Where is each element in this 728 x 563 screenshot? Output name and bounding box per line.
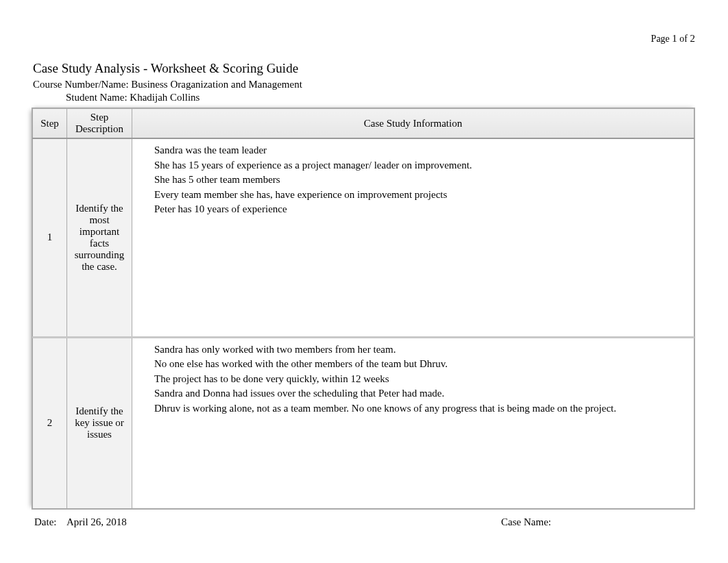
bullet-text: She has 15 years of experience as a proj… [154,159,687,173]
bullet-icon [139,218,154,220]
page-of-label: of [679,34,688,44]
bullet-text: The project has to be done very quickly,… [154,373,687,386]
header-step: Step [33,109,67,139]
bullet-line: Peter has 10 years of experience [139,202,687,217]
bullet-icon [139,387,154,389]
bullet-icon [139,188,154,190]
bullet-text: Sandra was the team leader [154,144,687,158]
bullet-line: She has 15 years of experience as a proj… [139,158,687,173]
document-title: Case Study Analysis - Worksheet & Scorin… [33,61,695,76]
step-number-cell: 1 [33,138,67,337]
header-info: Case Study Information [132,109,694,139]
bullet-icon [139,144,154,146]
bullet-text: Peter has 10 years of experience [154,203,687,216]
worksheet-table: Step Step Description Case Study Informa… [32,108,694,509]
footer: Date: April 26, 2018 Case Name: [33,516,695,528]
step-description-cell: Identify the most important facts surrou… [67,138,132,337]
case-info-cell: Sandra has only worked with two members … [132,337,694,508]
bullet-line: Sandra has only worked with two members … [139,342,687,358]
header-desc: Step Description [67,109,132,139]
bullet-line: Every team member she has, have experien… [139,188,687,203]
step-description-cell: Identify the key issue or issues [67,337,132,508]
course-line: Course Number/Name: Business Oraganizati… [33,79,695,90]
bullet-line: Sandra and Donna had issues over the sch… [139,386,687,401]
bullet-icon [139,173,154,175]
student-line: Student Name: Khadijah Collins [33,92,695,103]
bullet-text: Sandra and Donna had issues over the sch… [154,387,687,401]
bullet-line [139,416,687,419]
footer-date: Date: April 26, 2018 [34,516,127,528]
bullet-text: Sandra has only worked with two members … [154,343,687,357]
footer-case: Case Name: [501,516,551,528]
page-label: Page [651,34,670,44]
bullet-line: No one else has worked with the other me… [139,357,687,372]
course-label: Course Number/Name: [33,79,129,90]
bullet-line [139,217,687,221]
bullet-text: No one else has worked with the other me… [154,358,687,371]
bullet-text: She has 5 other team members [154,173,687,187]
student-value: Khadijah Collins [130,92,199,103]
student-label: Student Name: [66,92,128,103]
table-row: 1Identify the most important facts surro… [33,138,694,337]
date-label: Date: [34,516,64,528]
bullet-icon [139,402,154,404]
bullet-text: Every team member she has, have experien… [154,188,687,202]
bullet-line: Dhruv is working alone, not as a team me… [139,401,687,416]
bullet-icon [139,159,154,161]
bullet-icon [139,373,154,375]
page-total: 2 [690,33,696,44]
page-current: 1 [672,33,677,44]
bullet-line: The project has to be done very quickly,… [139,372,687,387]
worksheet-table-wrap: Step Step Description Case Study Informa… [32,108,695,510]
table-row: 2Identify the key issue or issuesSandra … [33,337,694,508]
case-info-cell: Sandra was the team leaderShe has 15 yea… [132,138,694,337]
bullet-icon [139,203,154,205]
date-value: April 26, 2018 [66,516,127,527]
table-header-row: Step Step Description Case Study Informa… [33,109,694,139]
step-number-cell: 2 [33,337,67,508]
bullet-line: Sandra was the team leader [139,143,687,158]
bullet-icon [139,343,154,345]
bullet-line: She has 5 other team members [139,173,687,188]
bullet-text: Dhruv is working alone, not as a team me… [154,402,687,416]
course-value: Business Oraganization and Management [131,79,302,90]
bullet-icon [139,358,154,360]
page-number: Page 1 of 2 [33,33,695,45]
bullet-icon [139,416,154,418]
case-label: Case Name: [501,516,551,527]
